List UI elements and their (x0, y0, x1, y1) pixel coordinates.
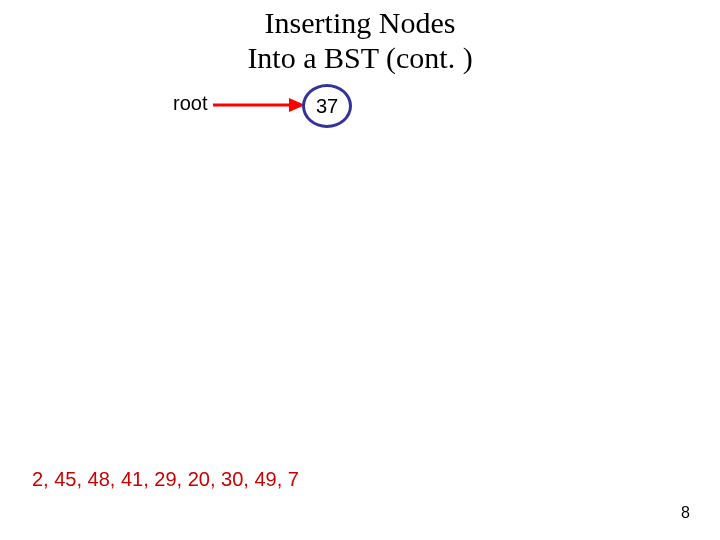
slide-title-line2: Into a BST (cont. ) (247, 41, 472, 74)
insert-sequence: 2, 45, 48, 41, 29, 20, 30, 49, 7 (32, 468, 299, 491)
bst-node-root-value: 37 (316, 95, 338, 118)
slide-title: Inserting Nodes Into a BST (cont. ) (0, 6, 720, 75)
slide-title-line1: Inserting Nodes (265, 6, 456, 39)
root-arrow-icon (213, 96, 305, 114)
root-label: root (173, 92, 207, 115)
bst-node-root: 37 (302, 84, 352, 128)
page-number: 8 (681, 504, 690, 522)
